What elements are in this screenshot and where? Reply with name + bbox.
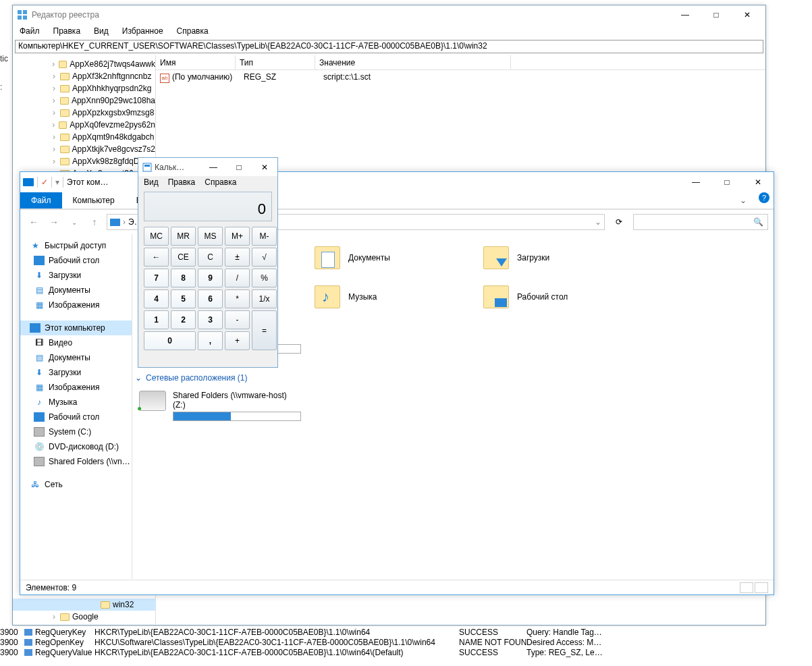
regedit-close-button[interactable]: ✕ [732, 7, 763, 22]
tree-downloads2[interactable]: ⬇Загрузки [20, 365, 132, 380]
tree-pictures2[interactable]: ▦Изображения [20, 380, 132, 395]
calc-btn-equals[interactable]: = [252, 310, 277, 350]
col-name[interactable]: Имя [156, 55, 236, 70]
calc-btn-7[interactable]: 7 [144, 269, 169, 287]
calc-btn-6[interactable]: 6 [198, 289, 223, 308]
explorer-maximize-button[interactable]: □ [711, 175, 742, 190]
tree-quick-access[interactable]: ★Быстрый доступ [20, 238, 132, 253]
tree-documents[interactable]: ▤Документы [20, 283, 132, 298]
explorer-minimize-button[interactable]: — [680, 175, 711, 190]
tree-videos[interactable]: 🎞Видео [20, 335, 132, 350]
regedit-minimize-button[interactable]: — [670, 7, 701, 22]
calc-btn-mplus[interactable]: M+ [225, 227, 250, 246]
calc-btn-percent[interactable]: % [252, 269, 277, 287]
folder-downloads[interactable]: Загрузки [483, 246, 549, 269]
calc-btn-2[interactable]: 2 [171, 310, 196, 329]
calc-minimize-button[interactable]: — [200, 159, 226, 175]
procmon-row[interactable]: 3900 RegQueryValue HKCR\TypeLib\{EAB22AC… [0, 647, 812, 657]
history-dropdown[interactable]: ⌄ [66, 214, 82, 230]
section-network-locations[interactable]: ⌄Сетевые расположения (1) [132, 373, 247, 383]
calc-btn-0[interactable]: 0 [144, 331, 196, 350]
calc-btn-add[interactable]: + [225, 331, 250, 350]
calc-btn-reciprocal[interactable]: 1/x [252, 289, 277, 308]
calc-menu-help[interactable]: Справка [205, 177, 236, 187]
explorer-close-button[interactable]: ✕ [742, 175, 774, 190]
tree-item[interactable]: ›AppXq0fevzme2pys62n [13, 119, 155, 131]
tree-item-win32[interactable]: win32 [13, 599, 156, 611]
calc-btn-mc[interactable]: MC [144, 227, 169, 246]
tab-computer[interactable]: Компьютер [62, 192, 126, 209]
view-tiles-button[interactable] [755, 582, 768, 593]
tree-desktop[interactable]: Рабочий стол [20, 253, 132, 268]
address-dropdown-icon[interactable]: ⌄ [595, 217, 601, 227]
calc-btn-c[interactable]: C [198, 248, 223, 267]
tree-network[interactable]: 🖧Сеть [20, 477, 132, 492]
refresh-button[interactable]: ⟳ [609, 214, 629, 230]
help-icon[interactable]: ? [759, 192, 769, 203]
view-details-button[interactable] [740, 582, 753, 593]
calc-btn-8[interactable]: 8 [171, 269, 196, 287]
col-type[interactable]: Тип [236, 55, 315, 70]
calc-btn-mr[interactable]: MR [171, 227, 196, 246]
forward-button[interactable]: → [46, 214, 62, 230]
regedit-titlebar[interactable]: Редактор реестра — □ ✕ [13, 5, 765, 24]
calc-btn-divide[interactable]: / [225, 269, 250, 287]
regedit-menu-view[interactable]: Вид [94, 26, 109, 36]
calc-btn-sqrt[interactable]: √ [252, 248, 277, 267]
regedit-menu-help[interactable]: Справка [177, 26, 209, 36]
tree-shared[interactable]: Shared Folders (\\vn… [20, 454, 132, 469]
calc-btn-plusminus[interactable]: ± [225, 248, 250, 267]
tree-item-google[interactable]: ›Google [13, 611, 156, 623]
calc-titlebar[interactable]: Кальк… — □ ✕ [138, 158, 277, 176]
regedit-maximize-button[interactable]: □ [701, 7, 732, 22]
calc-maximize-button[interactable]: □ [226, 159, 252, 175]
calc-btn-ce[interactable]: CE [171, 248, 196, 267]
tree-item[interactable]: ›AppXpzkxgsbx9mzsg8 [13, 107, 155, 119]
tree-item[interactable]: ›AppXf3k2nhftgnncnbz [13, 70, 155, 82]
tree-documents2[interactable]: ▤Документы [20, 350, 132, 365]
calc-btn-backspace[interactable]: ← [144, 248, 169, 267]
back-button[interactable]: ← [26, 214, 42, 230]
ribbon-expand-icon[interactable]: ⌄ [732, 192, 755, 209]
folder-music[interactable]: Музыка [315, 285, 377, 308]
folder-desktop[interactable]: Рабочий стол [483, 285, 568, 308]
explorer-titlebar[interactable]: ✓ ▾ Этот ком… — □ ✕ [20, 172, 774, 192]
explorer-nav-tree[interactable]: ★Быстрый доступ Рабочий стол ⬇Загрузки ▤… [20, 234, 132, 579]
tree-this-pc[interactable]: Этот компьютер [20, 321, 132, 335]
calc-btn-4[interactable]: 4 [144, 289, 169, 308]
col-value[interactable]: Значение [315, 55, 511, 70]
tree-item[interactable]: ›AppXqmt9n48kdgabch [13, 131, 155, 143]
calc-btn-subtract[interactable]: - [225, 310, 250, 329]
regedit-tree-bottom[interactable]: win32 ›Google [13, 599, 156, 623]
procmon-row[interactable]: 3900 RegQueryKey HKCR\TypeLib\{EAB22AC0-… [0, 627, 812, 637]
tree-system-c[interactable]: System (C:) [20, 424, 132, 439]
calc-menu-view[interactable]: Вид [144, 177, 159, 187]
qat-checkbox-icon[interactable]: ✓ [41, 177, 48, 187]
calc-close-button[interactable]: ✕ [252, 159, 277, 175]
tree-item[interactable]: ›AppXvk98z8gfdqD [13, 155, 155, 167]
tree-music[interactable]: ♪Музыка [20, 395, 132, 410]
calc-btn-ms[interactable]: MS [198, 227, 223, 246]
calc-btn-1[interactable]: 1 [144, 310, 169, 329]
tree-downloads[interactable]: ⬇Загрузки [20, 268, 132, 283]
calc-menu-edit[interactable]: Правка [168, 177, 196, 187]
calc-btn-multiply[interactable]: * [225, 289, 250, 308]
calc-btn-decimal[interactable]: , [198, 331, 223, 350]
regedit-menu-fav[interactable]: Избранное [122, 26, 163, 36]
tree-desktop2[interactable]: Рабочий стол [20, 410, 132, 424]
tree-pictures[interactable]: ▦Изображения [20, 298, 132, 312]
network-drive-z[interactable]: ● Shared Folders (\\vmware-host) (Z:) [139, 391, 301, 421]
regedit-address-bar[interactable]: Компьютер\HKEY_CURRENT_USER\SOFTWARE\Cla… [15, 40, 763, 53]
calc-btn-mminus[interactable]: M- [252, 227, 277, 246]
tree-item[interactable]: ›AppXe862j7twqs4awwk [13, 58, 155, 70]
calc-btn-3[interactable]: 3 [198, 310, 223, 329]
regedit-menu-file[interactable]: Файл [20, 26, 40, 36]
calc-btn-9[interactable]: 9 [198, 269, 223, 287]
tree-dvd[interactable]: 💿DVD-дисковод (D:) [20, 439, 132, 454]
tree-item[interactable]: ›AppXnn90p29wc108ha [13, 94, 155, 107]
search-input[interactable]: 🔍 [633, 214, 768, 230]
regedit-menu-edit[interactable]: Правка [53, 26, 81, 36]
up-button[interactable]: ↑ [86, 214, 103, 230]
tree-item[interactable]: ›AppXhhkhyqrpsdn2kg [13, 82, 155, 94]
folder-documents[interactable]: Документы [315, 246, 390, 269]
